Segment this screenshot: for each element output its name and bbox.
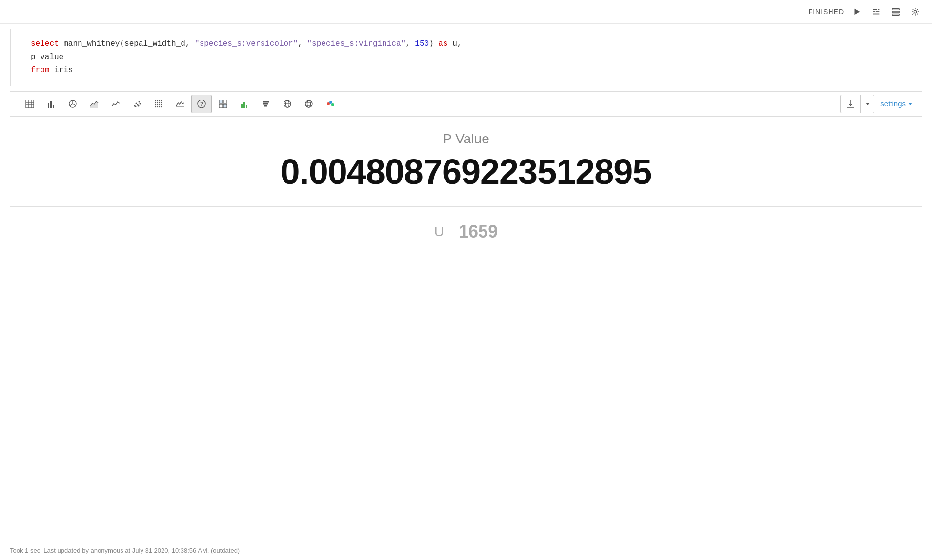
list-button[interactable]	[889, 5, 903, 19]
gear-icon	[911, 7, 920, 16]
dot-grid-button[interactable]	[148, 95, 169, 113]
svg-point-42	[155, 106, 156, 107]
svg-point-37	[161, 102, 162, 103]
list-icon	[891, 7, 900, 16]
bar-chart-button[interactable]	[41, 95, 61, 113]
colored-bar-button[interactable]	[234, 95, 255, 113]
dot-grid-icon	[154, 100, 163, 108]
colored-bar-icon	[240, 100, 249, 108]
svg-point-32	[159, 100, 160, 101]
svg-point-40	[159, 104, 160, 105]
num-arg: 150	[415, 40, 429, 48]
keyword-as: as	[438, 40, 447, 48]
svg-text:?: ?	[200, 101, 203, 107]
svg-marker-0	[855, 9, 860, 15]
download-dropdown-button[interactable]	[861, 95, 874, 113]
svg-rect-10	[26, 100, 34, 108]
bar-chart-icon	[47, 100, 56, 108]
svg-rect-8	[892, 14, 899, 16]
area-chart-icon	[90, 100, 99, 108]
globe1-icon	[283, 100, 292, 108]
svg-rect-15	[48, 103, 49, 108]
play-icon	[852, 7, 861, 16]
funnel-icon	[262, 100, 270, 108]
svg-point-36	[159, 102, 160, 103]
globe1-button[interactable]	[277, 95, 298, 113]
scatter-button[interactable]	[127, 95, 147, 113]
svg-point-34	[155, 102, 156, 103]
svg-point-62	[305, 100, 312, 107]
code-line-3: from iris	[31, 64, 903, 77]
area-chart-button[interactable]	[84, 95, 104, 113]
function-name: mann_whitney(sepal_width_d,	[59, 40, 195, 48]
table-view-button[interactable]	[20, 95, 40, 113]
settings-gear-button[interactable]	[909, 5, 922, 19]
code-line-1: select mann_whitney(sepal_width_d, "spec…	[31, 38, 903, 51]
svg-point-28	[135, 105, 137, 107]
chart-toolbar: ?	[10, 91, 922, 117]
svg-rect-53	[241, 104, 243, 108]
svg-point-26	[139, 101, 140, 102]
scatter-icon	[133, 100, 142, 108]
help-icon: ?	[197, 100, 206, 108]
sparkline-button[interactable]	[170, 95, 190, 113]
svg-rect-17	[53, 105, 54, 108]
run-button[interactable]	[850, 5, 864, 19]
svg-point-38	[155, 104, 156, 105]
svg-rect-54	[243, 102, 245, 108]
svg-line-21	[70, 104, 73, 106]
svg-marker-71	[866, 103, 870, 105]
download-button[interactable]	[840, 95, 861, 113]
svg-marker-72	[908, 103, 912, 105]
multicolor-button[interactable]	[320, 95, 341, 113]
svg-point-24	[136, 102, 137, 104]
format-button[interactable]	[870, 5, 883, 19]
svg-line-20	[73, 104, 76, 105]
alias: u,	[448, 40, 462, 48]
pivot-button[interactable]	[213, 95, 233, 113]
svg-point-39	[157, 104, 158, 105]
svg-point-27	[140, 103, 141, 104]
svg-rect-49	[219, 100, 223, 103]
svg-point-41	[161, 104, 162, 105]
u-section: U 1659	[434, 207, 498, 252]
settings-chevron-icon	[908, 101, 912, 106]
p-value-label: P Value	[443, 131, 489, 147]
footer-text: Took 1 sec. Last updated by anonymous at…	[10, 547, 240, 554]
comma1: ,	[298, 40, 307, 48]
svg-point-66	[327, 102, 330, 105]
multicolor-icon	[326, 100, 335, 108]
funnel-button[interactable]	[256, 95, 276, 113]
paren-end: )	[429, 40, 438, 48]
svg-rect-16	[50, 101, 52, 108]
settings-label: settings	[880, 100, 906, 108]
svg-rect-52	[223, 104, 227, 108]
code-editor[interactable]: select mann_whitney(sepal_width_d, "spec…	[10, 29, 922, 86]
globe2-button[interactable]	[299, 95, 319, 113]
u-value: 1659	[459, 221, 498, 242]
top-bar: FINISHED	[0, 0, 932, 24]
svg-point-29	[138, 105, 140, 106]
svg-point-68	[331, 103, 334, 106]
format-icon	[872, 7, 881, 16]
line-chart-button[interactable]	[105, 95, 126, 113]
svg-point-67	[329, 101, 332, 104]
sparkline-icon	[176, 100, 184, 108]
keyword-from: from	[31, 66, 49, 75]
svg-point-43	[157, 106, 158, 107]
globe2-icon	[304, 100, 313, 108]
svg-marker-22	[90, 101, 98, 108]
string-arg2: "species_s:virginica"	[307, 40, 406, 48]
pie-chart-button[interactable]	[62, 95, 83, 113]
string-arg1: "species_s:versicolor"	[195, 40, 298, 48]
svg-rect-50	[219, 104, 223, 108]
keyword-select: select	[31, 40, 59, 48]
svg-point-30	[155, 100, 156, 101]
line-chart-icon	[111, 100, 120, 108]
help-button[interactable]: ?	[191, 95, 212, 113]
footer: Took 1 sec. Last updated by anonymous at…	[0, 541, 932, 560]
table-icon	[25, 100, 34, 108]
download-icon	[846, 100, 855, 108]
settings-button[interactable]: settings	[880, 100, 912, 108]
u-label: U	[434, 224, 444, 240]
